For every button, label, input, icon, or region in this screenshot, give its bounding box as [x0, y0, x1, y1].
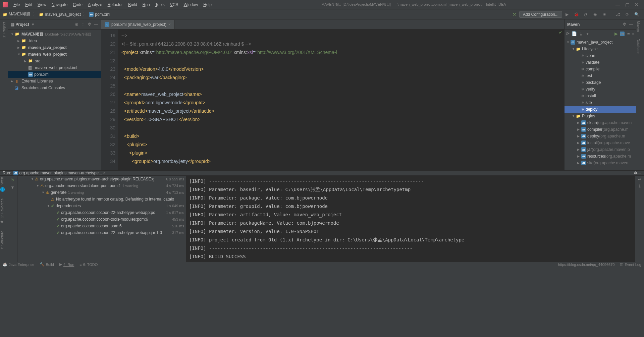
menu-run[interactable]: Run	[140, 2, 153, 7]
debug-icon[interactable]: 🐞	[572, 10, 580, 18]
hide-icon[interactable]: —	[629, 22, 633, 27]
chevron-down-icon[interactable]: ▾	[32, 22, 34, 27]
code-editor[interactable]: 19202122232425262728293031323334 --> <!-…	[101, 30, 564, 170]
menu-build[interactable]: Build	[125, 2, 140, 7]
collapse-icon[interactable]: ▼	[11, 185, 15, 190]
maven-node-site[interactable]: ▶site (org.apache.maven.	[565, 160, 636, 166]
menu-window[interactable]: Window	[181, 2, 201, 7]
vcs-icon[interactable]: ⎇	[614, 10, 622, 18]
editor-tab[interactable]: pom.xml (maven_web_project) ×	[101, 20, 174, 29]
expand-icon[interactable]: »	[632, 31, 635, 36]
menu-tools[interactable]: Tools	[153, 2, 167, 7]
menu-refactor[interactable]: Refactor	[105, 2, 125, 7]
maven-node-validate[interactable]: ✲validate	[565, 59, 636, 66]
close-run-tab-icon[interactable]: ×	[103, 171, 106, 175]
titlebar: FileEditViewNavigateCodeAnalyzeRefactorB…	[0, 0, 644, 9]
menu-analyze[interactable]: Analyze	[85, 2, 105, 7]
menu-edit[interactable]: Edit	[22, 2, 35, 7]
run-node[interactable]: ⚠No archetype found in remote catalog. D…	[17, 196, 186, 203]
target-icon[interactable]: ⊕	[75, 22, 78, 27]
maven-node-Lifecycle[interactable]: ▼Lifecycle	[565, 46, 636, 52]
maven-node-resources[interactable]: ▶resources (org.apache.m	[565, 153, 636, 160]
close-button[interactable]: ✕	[632, 2, 641, 7]
hide-icon[interactable]: —	[94, 22, 98, 27]
run-node[interactable]: ▼✔dependencies1 s 649 ms	[17, 203, 186, 209]
coverage-icon[interactable]: ◔	[582, 10, 590, 18]
sidebar-tab-favorites[interactable]: 2: Favorites	[0, 199, 4, 218]
sb-event-log[interactable]: ◫ Event Log	[620, 262, 641, 267]
run-node[interactable]: ✔org.apache.cocoon:cocoon-tools-modules:…	[17, 216, 186, 223]
maven-node-clean[interactable]: ▶clean (org.apache.maven	[565, 119, 636, 126]
maven-node-package[interactable]: ✲package	[565, 79, 636, 86]
download-icon[interactable]: ⭳	[579, 31, 583, 36]
run-node[interactable]: ✔org.apache.cocoon:cocoon:pom:6516 ms	[17, 223, 186, 229]
generate-icon[interactable]: 📄	[572, 31, 577, 36]
scroll-end-icon[interactable]: ⤓	[638, 184, 641, 188]
menu-code[interactable]: Code	[70, 2, 85, 7]
stop-icon[interactable]: ■	[600, 10, 608, 18]
update-icon[interactable]: ⟳	[623, 10, 631, 18]
gear-icon[interactable]: ✲	[634, 171, 637, 175]
sb-java-enterprise[interactable]: ☕ Java Enterprise	[3, 262, 34, 267]
add-icon[interactable]: ＋	[585, 31, 590, 37]
toggle-icon[interactable]: ⥈	[627, 31, 630, 36]
maven-node-maven_java_project[interactable]: ▼maven_java_project	[565, 39, 636, 46]
run-node[interactable]: ✔org.apache.cocoon:cocoon-22-archetype-w…	[17, 229, 186, 236]
maven-icon[interactable]	[620, 32, 625, 36]
run-node[interactable]: ✔org.apache.cocoon:cocoon-22-archetype-w…	[17, 209, 186, 216]
maven-node-Plugins[interactable]: ▼Plugins	[565, 113, 636, 119]
maven-node-deploy[interactable]: ▶deploy (org.apache.m	[565, 133, 636, 139]
menu-view[interactable]: View	[35, 2, 49, 7]
sb-run[interactable]: ▶ 4: Run	[59, 262, 74, 267]
profile-icon[interactable]: ◉	[591, 10, 599, 18]
soft-wrap-icon[interactable]: ↩	[638, 177, 641, 182]
run-tree[interactable]: ▼⚠org.apache.maven.plugins:maven-archety…	[17, 176, 186, 262]
maven-node-clean[interactable]: ✲clean	[565, 52, 636, 59]
gear-icon[interactable]: ✲	[88, 22, 91, 27]
close-tab-icon[interactable]: ×	[168, 22, 171, 27]
maven-tree[interactable]: ▼maven_java_project▼Lifecycle✲clean✲vali…	[565, 38, 636, 170]
maven-node-install[interactable]: ✲install	[565, 93, 636, 99]
sb-build[interactable]: 🔨 Build	[40, 262, 54, 267]
maven-node-test[interactable]: ✲test	[565, 72, 636, 79]
maven-node-compile[interactable]: ✲compile	[565, 66, 636, 72]
divide-icon[interactable]: ≑	[81, 22, 85, 27]
sb-todo[interactable]: ≡ 6: TODO	[79, 263, 98, 267]
folder-icon: ▦	[11, 22, 14, 27]
sidebar-tab-structure[interactable]: 7: Structure	[0, 231, 4, 250]
run-icon[interactable]: ▶	[614, 31, 618, 36]
breadcrumb[interactable]: MAVEN项目 〉 maven_java_project 〉 pom.xml	[3, 11, 110, 17]
run-node[interactable]: ▼⚠org.apache.maven.plugins:maven-archety…	[17, 176, 186, 182]
menu-file[interactable]: File	[11, 2, 22, 7]
hide-icon[interactable]: —	[637, 171, 641, 175]
project-tree[interactable]: ▼MAVEN项目D:\IdeaProjects\MAVEN项目 ▶.idea ▶…	[8, 30, 101, 93]
hammer-icon[interactable]: ⚒	[511, 10, 519, 18]
reimport-icon[interactable]: ⟳	[566, 31, 570, 36]
menu-vcs[interactable]: VCS	[167, 2, 181, 7]
maven-node-compiler[interactable]: ▶compiler (org.apache.m	[565, 126, 636, 133]
minimize-button[interactable]: —	[613, 2, 623, 7]
globe-icon[interactable]: 🌐	[0, 187, 8, 192]
search-icon[interactable]: 🔍	[633, 10, 641, 18]
maven-node-verify[interactable]: ✲verify	[565, 86, 636, 93]
maven-node-install[interactable]: ▶install (org.apache.mave	[565, 139, 636, 146]
menu-navigate[interactable]: Navigate	[49, 2, 70, 7]
run-config-button[interactable]: Add Configuration...	[519, 11, 562, 18]
gear-icon[interactable]: ✲	[623, 22, 626, 27]
menu-help[interactable]: Help	[201, 2, 214, 7]
maximize-button[interactable]: ▢	[623, 2, 632, 7]
sidebar-tab-maven[interactable]: Maven	[636, 21, 640, 32]
run-node[interactable]: ▼⚠org.apache.maven:standalone-pom:pom:11…	[17, 182, 186, 189]
code-content[interactable]: --> <!-- $Id: pom.xml 642118 2008-03-28 …	[118, 30, 564, 170]
run-icon[interactable]: ▶	[563, 10, 571, 18]
star-icon[interactable]: ★	[0, 219, 8, 224]
rerun-icon[interactable]: ↻	[11, 178, 14, 182]
sidebar-tab-web[interactable]: Web	[0, 177, 4, 184]
maven-node-jar[interactable]: ▶jar (org.apache.maven.p	[565, 146, 636, 153]
maven-node-deploy[interactable]: ✲deploy	[565, 106, 636, 113]
run-node[interactable]: ▼⚠generate1 warning4 s 713 ms	[17, 189, 186, 196]
console-output[interactable]: [INFO] ---------------------------------…	[186, 176, 635, 262]
sidebar-tab-project[interactable]: 1: Project	[2, 22, 6, 38]
sidebar-tab-database[interactable]: Database	[636, 39, 640, 54]
maven-node-site[interactable]: ✲site	[565, 99, 636, 106]
